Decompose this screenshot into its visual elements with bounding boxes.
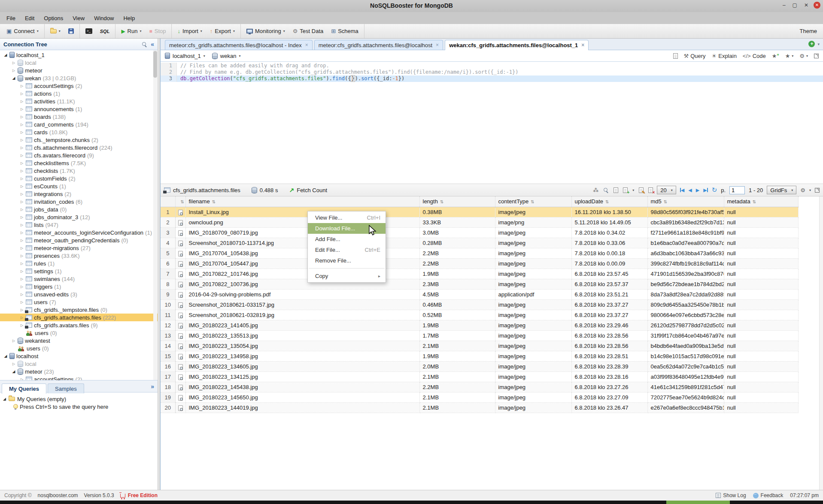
- expand-arrow-icon[interactable]: ▷: [20, 231, 24, 235]
- row-preview-cell[interactable]: [175, 299, 185, 310]
- more-panels-icon[interactable]: »: [151, 383, 154, 390]
- row-preview-cell[interactable]: [175, 258, 185, 269]
- table-row[interactable]: 6IMG_20170704_105447.jpg2.2MBimage/jpeg7…: [161, 258, 798, 269]
- expand-arrow-icon[interactable]: ▷: [20, 138, 24, 142]
- queries-item-my-queries-empty[interactable]: ◢My Queries (empty): [3, 395, 158, 403]
- query-editor[interactable]: 1// Files can be added easily with drag …: [161, 62, 823, 184]
- theme-button[interactable]: Theme: [800, 28, 817, 34]
- tree-item-cfs-gridfs-avatars-files[interactable]: ▷cfs_gridfs.avatars.files(9): [0, 321, 158, 329]
- row-preview-cell[interactable]: [175, 371, 185, 382]
- menu-file[interactable]: File: [2, 15, 20, 21]
- tree-item-swimlanes[interactable]: ▷swimlanes(144): [0, 275, 158, 283]
- row-preview-cell[interactable]: [175, 382, 185, 392]
- tree-item-escounts[interactable]: ▷esCounts(1): [0, 182, 158, 190]
- table-row[interactable]: 1Install_Linux.jpg0.38MBimage/jpeg16.11.…: [161, 207, 798, 217]
- find-in-results-icon[interactable]: [603, 187, 609, 193]
- fetch-count-button[interactable]: Fetch Count: [297, 187, 327, 193]
- chevron-down-icon[interactable]: ▾: [809, 188, 811, 192]
- table-row[interactable]: 5IMG_20170704_105438.jpg2.2MBimage/jpeg7…: [161, 248, 798, 258]
- expand-arrow-icon[interactable]: ▷: [20, 161, 24, 165]
- tree-item-meteor-migrations[interactable]: ▷meteor-migrations(27): [0, 244, 158, 252]
- column-header-filename[interactable]: filename⇅: [185, 196, 419, 207]
- tree-item-accountsettings[interactable]: ▷accountSettings(2): [0, 82, 158, 90]
- expand-arrow-icon[interactable]: ▷: [12, 362, 16, 366]
- expand-arrow-icon[interactable]: ▷: [20, 146, 24, 150]
- grid-scrollbar[interactable]: [819, 196, 823, 490]
- document-preview-icon[interactable]: [178, 323, 183, 329]
- tree-item-presences[interactable]: ▷presences(33.6K): [0, 252, 158, 260]
- tree-item-customfields[interactable]: ▷customFields(2): [0, 175, 158, 182]
- tree-item-local[interactable]: ▷local: [0, 360, 158, 368]
- tree-item-users[interactable]: users(0): [0, 344, 158, 352]
- tree-item-localhost-1[interactable]: ◢localhost_1: [0, 51, 158, 59]
- gear-button[interactable]: ⚙▾: [799, 53, 808, 59]
- close-button[interactable]: ✕: [804, 2, 808, 8]
- free-edition-badge[interactable]: Free Edition: [120, 492, 158, 498]
- tree-item-users[interactable]: users(0): [0, 329, 158, 337]
- tree-item-meteor[interactable]: ◢meteor(23): [0, 368, 158, 375]
- expand-arrow-icon[interactable]: ▷: [20, 100, 24, 103]
- tree-item-checklistitems[interactable]: ▷checklistItems(7.5K): [0, 159, 158, 167]
- menu-window[interactable]: Window: [89, 15, 118, 21]
- monitoring-button[interactable]: Monitoring▾: [243, 26, 289, 37]
- show-log-button[interactable]: Show Log: [716, 492, 746, 498]
- expand-arrow-icon[interactable]: ▷: [20, 269, 24, 273]
- menu-item-remove-file[interactable]: Remove File...: [308, 255, 386, 266]
- document-preview-icon[interactable]: [178, 313, 183, 318]
- expand-arrow-icon[interactable]: ▷: [20, 254, 24, 258]
- menu-edit[interactable]: Edit: [20, 15, 39, 21]
- expand-arrow-icon[interactable]: ▷: [20, 107, 24, 111]
- expand-arrow-icon[interactable]: ▷: [20, 323, 24, 327]
- maximize-results-icon[interactable]: [815, 188, 820, 193]
- expand-arrow-icon[interactable]: ▷: [20, 246, 24, 250]
- row-icon-header[interactable]: ⇅: [175, 196, 185, 207]
- schema-button[interactable]: ⊞Schema: [327, 26, 362, 37]
- tree-item-users[interactable]: ▷users(7): [0, 298, 158, 306]
- menu-item-edit-file[interactable]: Edit File...Ctrl+E: [308, 244, 386, 255]
- results-settings-icon[interactable]: ⚙: [800, 187, 805, 193]
- table-row[interactable]: 2owncloud.png33.3KBimage/png5.11.2018 kl…: [161, 217, 798, 227]
- minimize-button[interactable]: –: [783, 2, 786, 8]
- tree-scrollbar-thumb[interactable]: [153, 51, 157, 78]
- row-preview-cell[interactable]: [175, 269, 185, 279]
- expand-arrow-icon[interactable]: ▷: [20, 92, 24, 96]
- row-preview-cell[interactable]: [175, 207, 185, 217]
- search-icon[interactable]: [142, 42, 147, 47]
- expand-arrow-icon[interactable]: ▷: [20, 316, 24, 320]
- tree-item-unsaved-edits[interactable]: ▷unsaved-edits(3): [0, 290, 158, 298]
- expand-arrow-icon[interactable]: ▷: [20, 285, 24, 289]
- expand-arrow-icon[interactable]: ▷: [20, 308, 24, 312]
- document-preview-icon[interactable]: [178, 292, 183, 298]
- expand-arrow-icon[interactable]: ▷: [20, 177, 24, 181]
- table-row[interactable]: 19IMG_20180223_145650.jpg2.1MBimage/jpeg…: [161, 392, 798, 402]
- document-preview-icon[interactable]: [178, 220, 183, 226]
- document-preview-icon[interactable]: [178, 354, 183, 359]
- editor-tab[interactable]: meteor:cfs_gridfs.attachments.files@loca…: [314, 40, 443, 50]
- close-icon[interactable]: ×: [436, 42, 439, 48]
- document-preview-icon[interactable]: [178, 251, 183, 257]
- code-line[interactable]: 3db.getCollection("cfs_gridfs.attachment…: [161, 75, 823, 82]
- last-page-button[interactable]: ▶: [703, 187, 708, 193]
- expand-arrow-icon[interactable]: ▷: [20, 154, 24, 157]
- tree-item-lists[interactable]: ▷lists(947): [0, 221, 158, 229]
- expand-arrow-icon[interactable]: ▷: [20, 184, 24, 188]
- menu-item-view-file[interactable]: View File...Ctrl+I: [308, 212, 386, 223]
- tree-item-jobs-data[interactable]: ▷jobs_data(0): [0, 205, 158, 213]
- code-line[interactable]: 2// Find by name e.g. db.getCollection("…: [161, 69, 823, 75]
- dropdown-caret-icon[interactable]: ▾: [632, 188, 634, 192]
- tree-item-settings[interactable]: ▷settings(1): [0, 267, 158, 275]
- table-row[interactable]: 18IMG_20180223_145438.jpg2.2MBimage/jpeg…: [161, 382, 798, 392]
- tree-item-wekan[interactable]: ◢wekan(33 | 0.21GB): [0, 74, 158, 82]
- table-row[interactable]: 13IMG_20180223_135513.jpg1.7MBimage/jpeg…: [161, 330, 798, 341]
- column-header-uploaddate[interactable]: uploadDate⇅: [571, 196, 647, 207]
- document-preview-icon[interactable]: [178, 364, 183, 370]
- close-icon[interactable]: ×: [581, 42, 584, 48]
- expand-button[interactable]: [814, 54, 819, 58]
- page-number-input[interactable]: [729, 186, 745, 194]
- tree-item-cards[interactable]: ▷cards(10.8K): [0, 128, 158, 136]
- code-button[interactable]: </>Code: [743, 53, 766, 59]
- export-button[interactable]: ↑Export▾: [206, 26, 239, 37]
- connect-button[interactable]: ▣Connect▾: [3, 26, 43, 37]
- document-preview-icon[interactable]: [178, 405, 183, 411]
- expand-arrow-icon[interactable]: ▷: [20, 277, 24, 281]
